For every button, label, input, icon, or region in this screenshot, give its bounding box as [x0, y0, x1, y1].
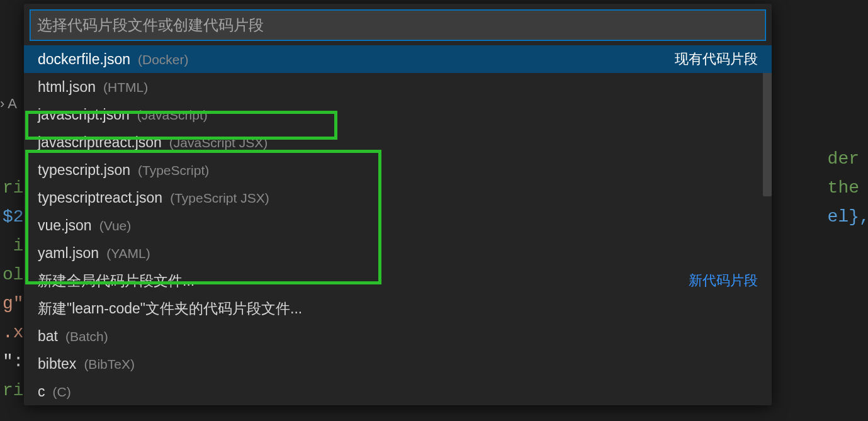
snippet-row-hint: (JavaScript) — [137, 108, 208, 123]
snippet-row[interactable]: javascript.json(JavaScript) — [24, 101, 772, 128]
snippet-row-name: typescript.json — [38, 162, 130, 179]
snippet-row-hint: (TypeScript JSX) — [170, 191, 269, 206]
snippet-row[interactable]: vue.json(Vue) — [24, 211, 772, 239]
snippet-row[interactable]: html.json(HTML) — [24, 73, 772, 101]
snippet-row[interactable]: yaml.json(YAML) — [24, 239, 772, 267]
quickpick-input-wrap — [24, 4, 772, 45]
snippet-row[interactable]: bibtex(BibTeX) — [24, 350, 772, 378]
snippet-quickpick: dockerfile.json(Docker)现有代码片段html.json(H… — [24, 4, 772, 405]
breadcrumb: › A — [0, 96, 17, 112]
snippet-row-hint: (TypeScript) — [138, 163, 209, 178]
snippet-row-hint: (Docker) — [138, 52, 189, 67]
snippet-row-hint: (HTML) — [103, 80, 148, 95]
snippet-row-group-label: 现有代码片段 — [675, 50, 758, 69]
snippet-row-name: vue.json — [38, 217, 92, 234]
snippet-row-name: typescriptreact.json — [38, 189, 162, 206]
snippet-row-name: 新建全局代码片段文件... — [38, 271, 194, 291]
snippet-row-name: yaml.json — [38, 245, 99, 262]
snippet-row[interactable]: typescript.json(TypeScript) — [24, 156, 772, 184]
snippet-row-hint: (Vue) — [99, 218, 132, 233]
snippet-row-name: javascript.json — [38, 106, 130, 123]
snippet-row[interactable]: 新建全局代码片段文件...新代码片段 — [24, 267, 772, 295]
snippet-row-name: dockerfile.json — [38, 51, 130, 68]
snippet-row-group-label: 新代码片段 — [689, 271, 758, 290]
snippet-row-name: javascriptreact.json — [38, 134, 162, 151]
snippet-row-hint: (C) — [53, 385, 71, 400]
snippet-row[interactable]: 新建"learn-code"文件夹的代码片段文件... — [24, 295, 772, 322]
snippet-row-name: 新建"learn-code"文件夹的代码片段文件... — [38, 299, 302, 318]
snippet-row[interactable]: typescriptreact.json(TypeScript JSX) — [24, 184, 772, 211]
snippet-row[interactable]: c(C) — [24, 378, 772, 405]
snippet-row[interactable]: bat(Batch) — [24, 322, 772, 350]
quickpick-list: dockerfile.json(Docker)现有代码片段html.json(H… — [24, 45, 772, 405]
snippet-row-hint: (Batch) — [65, 329, 108, 344]
snippet-row-hint: (JavaScript JSX) — [169, 135, 268, 150]
snippet-row-name: html.json — [38, 79, 96, 96]
snippet-row[interactable]: dockerfile.json(Docker)现有代码片段 — [24, 45, 772, 73]
snippet-row[interactable]: javascriptreact.json(JavaScript JSX) — [24, 128, 772, 156]
snippet-search-input[interactable] — [30, 10, 765, 40]
snippet-row-name: bibtex — [38, 356, 76, 373]
snippet-row-name: bat — [38, 328, 58, 345]
snippet-row-name: c — [38, 383, 45, 400]
snippet-row-hint: (BibTeX) — [84, 357, 135, 372]
snippet-row-hint: (YAML) — [106, 246, 150, 261]
